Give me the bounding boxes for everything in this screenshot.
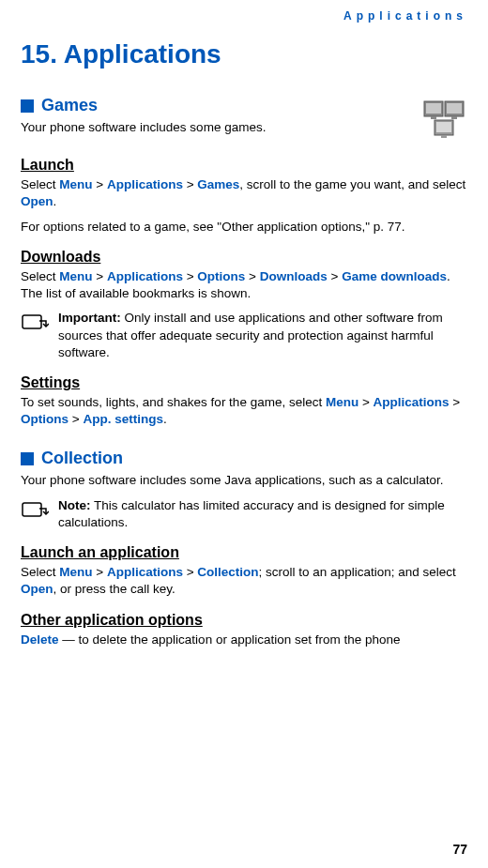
important-note-text: Important: Only install and use applicat… xyxy=(58,310,467,361)
svg-rect-2 xyxy=(431,116,436,119)
svg-rect-1 xyxy=(426,103,441,114)
games-monitors-icon xyxy=(411,96,467,143)
important-label: Important: xyxy=(58,311,121,325)
path-segment: Collection xyxy=(197,565,258,579)
path-segment: Options xyxy=(197,269,245,283)
running-header: Applications xyxy=(21,9,467,23)
text-fragment: Select xyxy=(21,177,59,191)
svg-rect-5 xyxy=(451,116,457,119)
bullet-square-icon xyxy=(21,99,34,113)
path-segment: Menu xyxy=(59,269,92,283)
delete-option-text: Delete — to delete the application or ap… xyxy=(21,632,467,648)
launch-options-ref: For options related to a game, see "Othe… xyxy=(21,219,467,236)
svg-rect-9 xyxy=(23,315,41,328)
subsection-other-options: Other application options xyxy=(21,612,467,629)
svg-rect-7 xyxy=(436,122,451,132)
collection-intro-text: Your phone software includes some Java a… xyxy=(21,472,467,489)
note-icon xyxy=(21,499,49,520)
page-number: 77 xyxy=(452,842,467,857)
subsection-launch: Launch xyxy=(21,157,467,174)
section-title-games: Games xyxy=(41,96,98,115)
text-fragment: To set sounds, lights, and shakes for th… xyxy=(21,395,326,409)
note-body: This calculator has limited accuracy and… xyxy=(58,498,445,529)
menu-path: Menu > Applications > Collection xyxy=(59,565,258,579)
downloads-instruction: Select Menu > Applications > Options > D… xyxy=(21,268,467,302)
path-segment: Games xyxy=(197,177,239,191)
games-intro-text: Your phone software includes some games. xyxy=(21,119,411,136)
path-segment: Menu xyxy=(59,177,92,191)
path-segment: Menu xyxy=(59,565,92,579)
text-fragment: , scroll to the game you want, and selec… xyxy=(239,177,465,191)
subsection-launch-app: Launch an application xyxy=(21,544,467,561)
settings-instruction: To set sounds, lights, and shakes for th… xyxy=(21,394,467,428)
svg-rect-10 xyxy=(23,503,41,516)
path-segment: Menu xyxy=(326,395,358,409)
path-segment: Downloads xyxy=(260,269,328,283)
note-block: Note: This calculator has limited accura… xyxy=(21,497,467,531)
note-label: Note: xyxy=(58,498,91,512)
path-segment: Applications xyxy=(374,395,450,409)
text-fragment: , or press the call key. xyxy=(53,582,175,596)
path-segment: Applications xyxy=(107,565,183,579)
svg-rect-8 xyxy=(441,135,447,138)
path-segment: Game downloads xyxy=(342,269,447,283)
svg-rect-4 xyxy=(447,103,462,114)
path-segment: App. settings xyxy=(83,412,163,426)
text-fragment: ; scroll to an application; and select xyxy=(259,565,456,579)
section-title-collection: Collection xyxy=(41,449,123,468)
text-fragment: Select xyxy=(21,565,59,579)
subsection-downloads: Downloads xyxy=(21,249,467,266)
subsection-settings: Settings xyxy=(21,374,467,391)
important-icon xyxy=(21,312,49,332)
delete-description: — to delete the application or applicati… xyxy=(59,632,401,647)
path-segment: Applications xyxy=(107,269,183,283)
chapter-title: 15. Applications xyxy=(21,39,467,69)
launch-instruction: Select Menu > Applications > Games, scro… xyxy=(21,176,467,210)
text-fragment: . xyxy=(53,194,57,208)
path-segment: Applications xyxy=(107,177,183,191)
menu-path: Menu > Applications > Options > Download… xyxy=(59,269,447,283)
text-fragment: . xyxy=(163,412,167,426)
action-open: Open xyxy=(21,194,53,208)
bullet-square-icon xyxy=(21,452,34,465)
section-header-games: Games xyxy=(21,96,411,115)
important-note-block: Important: Only install and use applicat… xyxy=(21,310,467,361)
path-segment: Options xyxy=(21,412,69,426)
menu-path: Menu > Applications > Games xyxy=(59,177,239,191)
launch-app-instruction: Select Menu > Applications > Collection;… xyxy=(21,564,467,598)
note-text: Note: This calculator has limited accura… xyxy=(58,497,467,531)
section-header-collection: Collection xyxy=(21,449,467,468)
text-fragment: Select xyxy=(21,269,59,283)
action-open: Open xyxy=(21,582,53,596)
delete-label: Delete xyxy=(21,632,59,647)
